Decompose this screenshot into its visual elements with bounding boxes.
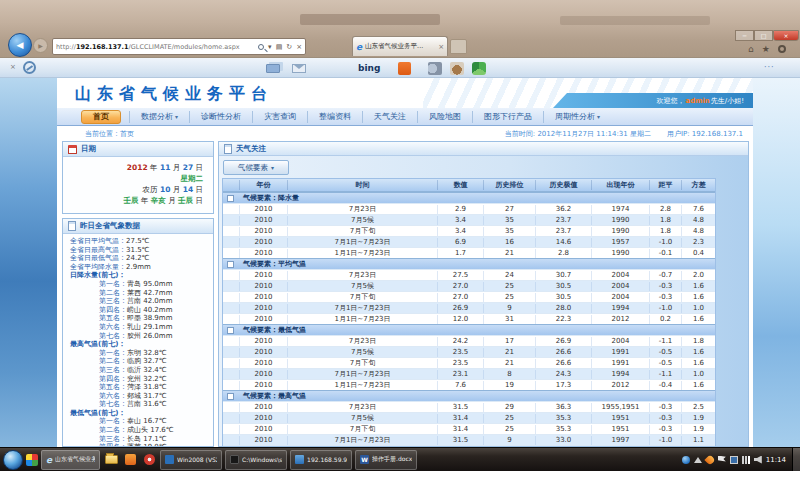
display-icon[interactable] <box>730 456 738 464</box>
globe-icon[interactable] <box>682 456 690 464</box>
table-row[interactable]: 20107月23日24.21726.92004-1.11.8 <box>223 335 715 346</box>
group-label: 气候要素：平均气温 <box>243 259 306 269</box>
nav-item-风险地图[interactable]: 风险地图 <box>417 111 472 123</box>
cell-extreme: 23.7 <box>535 227 591 236</box>
cell-variance: 1.9 <box>681 425 715 434</box>
show-hidden-icons-icon[interactable] <box>694 457 702 463</box>
recycle-icon[interactable] <box>472 62 486 75</box>
toolbar-overflow-dots[interactable]: ··· <box>764 63 775 72</box>
climate-element-button[interactable]: 气候要素 ▾ <box>223 160 289 175</box>
refresh-icon[interactable]: ↻ <box>286 43 292 51</box>
taskbar-player-button[interactable] <box>141 451 157 469</box>
table-row[interactable]: 20101月1日~7月23日12.03122.320120.21.6 <box>223 313 715 324</box>
browser-tab[interactable]: e 山东省气候业务平... × <box>352 36 448 56</box>
cell-value: 27.0 <box>437 282 483 291</box>
taskbar-media-app-button[interactable] <box>122 451 138 469</box>
table-row[interactable]: 20107月5候31.42535.31951-0.31.9 <box>223 412 715 423</box>
table-group-row: 气候要素：降水量 <box>223 192 715 203</box>
cell-variance: 1.9 <box>681 414 715 423</box>
settings-gear-icon[interactable] <box>778 45 786 53</box>
table-row[interactable]: 20107月5候3.43523.719901.84.8 <box>223 214 715 225</box>
cell-extreme-year: 1951 <box>591 414 649 423</box>
table-row[interactable]: 20107月23日31.52936.31955,1951-0.32.5 <box>223 401 715 412</box>
favorites-star-icon[interactable]: ★ <box>762 44 770 54</box>
close-button[interactable]: × <box>773 30 799 41</box>
plugin-icon[interactable] <box>398 62 411 75</box>
table-group-row: 气候要素：平均气温 <box>223 258 715 269</box>
nav-item-灾害查询[interactable]: 灾害查询 <box>252 111 307 123</box>
cards-icon[interactable] <box>266 64 280 73</box>
maximize-button[interactable]: □ <box>754 30 773 41</box>
coins-icon[interactable] <box>428 62 442 75</box>
table-row[interactable]: 20101月1日~7月23日1.7212.81990-0.10.4 <box>223 247 715 258</box>
cell-rank: 9 <box>483 304 535 313</box>
table-row[interactable]: 20107月下旬3.43523.719901.84.8 <box>223 225 715 236</box>
group-checkbox[interactable] <box>227 195 234 202</box>
taskbar-button[interactable]: Win2008 (VS2... <box>160 450 222 470</box>
nav-item-图形下行产品[interactable]: 图形下行产品 <box>472 111 543 123</box>
table-row[interactable]: 20107月1日~7月23日26.9928.01994-1.01.0 <box>223 302 715 313</box>
flame-icon[interactable] <box>704 454 715 465</box>
taskbar-button[interactable]: C:\Windows\s... <box>225 450 287 470</box>
paw-icon[interactable] <box>450 62 464 75</box>
start-button[interactable] <box>3 450 23 470</box>
show-desktop-button[interactable] <box>792 448 800 472</box>
table-row[interactable]: 20107月1日~7月23日6.91614.61957-1.02.3 <box>223 236 715 247</box>
minimize-button[interactable]: ─ <box>735 30 754 41</box>
taskbar-button[interactable]: 192.168.59.99... <box>290 450 352 470</box>
cell-rank: 24 <box>483 271 535 280</box>
bing-logo[interactable]: bing <box>358 63 380 73</box>
colored-grid-icon[interactable] <box>26 454 38 466</box>
cell-anomaly: 1.8 <box>649 216 681 225</box>
cell-variance: 1.6 <box>681 348 715 357</box>
nav-item-数据分析[interactable]: 数据分析▾ <box>129 111 189 123</box>
cell-year: 2010 <box>239 227 287 236</box>
yesterday-data-panel: 昨日全省气象数据 全省日平均气温：27.5℃全省日最高气温：31.5℃全省日最低… <box>62 218 214 447</box>
table-row[interactable]: 20107月23日2.92736.219742.87.6 <box>223 203 715 214</box>
table-row[interactable]: 20107月23日27.52430.72004-0.72.0 <box>223 269 715 280</box>
nav-item-天气关注[interactable]: 天气关注 <box>362 111 417 123</box>
group-checkbox[interactable] <box>227 327 234 334</box>
search-icon[interactable] <box>258 44 264 50</box>
taskbar-explorer-button[interactable] <box>103 451 119 469</box>
group-checkbox[interactable] <box>227 393 234 400</box>
table-row[interactable]: 20107月5候23.52126.61991-0.51.6 <box>223 346 715 357</box>
table-row[interactable]: 20107月下旬23.52126.61991-0.51.6 <box>223 357 715 368</box>
nav-item-诊断性分析[interactable]: 诊断性分析 <box>189 111 252 123</box>
home-icon[interactable]: ⌂ <box>748 44 754 54</box>
new-tab-button[interactable] <box>450 39 467 54</box>
network-icon[interactable] <box>742 456 750 464</box>
table-row[interactable]: 20107月1日~7月23日31.5933.01997-1.01.1 <box>223 434 715 445</box>
nav-item-整编资料[interactable]: 整编资料 <box>307 111 362 123</box>
dropdown-arrow-icon[interactable]: ▾ <box>268 43 272 51</box>
cell-rank: 21 <box>483 359 535 368</box>
tab-close-icon[interactable]: × <box>438 43 444 51</box>
speaker-icon[interactable] <box>754 456 762 464</box>
cell-anomaly: -0.5 <box>649 348 681 357</box>
table-row[interactable]: 20107月1日~7月23日23.1824.31994-1.11.0 <box>223 368 715 379</box>
group-checkbox[interactable] <box>227 261 234 268</box>
table-row[interactable]: 20107月5候27.02530.52004-0.31.6 <box>223 280 715 291</box>
table-row[interactable]: 20107月下旬31.42535.31951-0.31.9 <box>223 423 715 434</box>
toolbar-close-icon[interactable]: × <box>10 63 16 71</box>
taskbar-ie-button[interactable]: e 山东省气候业务平... <box>41 450 100 470</box>
table-row[interactable]: 20101月1日~7月23日7.61917.32012-0.41.6 <box>223 379 715 390</box>
calendar-panel: 日期 2012 年 11 月 27 日 星期二 农历 10 月 14 日 <box>62 141 214 214</box>
cell-year: 2010 <box>239 271 287 280</box>
back-button[interactable]: ◀ <box>8 33 32 57</box>
mail-icon[interactable] <box>292 64 306 73</box>
cell-extreme-year: 1957 <box>591 238 649 247</box>
dropdown-arrow-icon: ▾ <box>597 113 600 120</box>
taskbar-button[interactable]: W操作手册.docx ... <box>355 450 417 470</box>
table-row[interactable]: 20107月下旬27.02530.52004-0.31.6 <box>223 291 715 302</box>
stop-icon[interactable]: × <box>296 43 302 51</box>
nav-item-首页[interactable]: 首页 <box>81 110 121 124</box>
blocked-icon[interactable] <box>23 61 36 74</box>
forward-button[interactable]: ▶ <box>33 38 48 53</box>
taskbar-clock[interactable]: 11:14 <box>766 456 786 464</box>
nav-item-周期性分析[interactable]: 周期性分析▾ <box>543 111 611 123</box>
address-bar[interactable]: http://192.168.137.1/GLCCLIMATE/modules/… <box>52 38 306 55</box>
compatibility-view-icon[interactable]: ▤ <box>276 43 283 51</box>
climate-element-label: 气候要素 <box>238 163 268 173</box>
action-center-flag-icon[interactable] <box>718 456 726 464</box>
